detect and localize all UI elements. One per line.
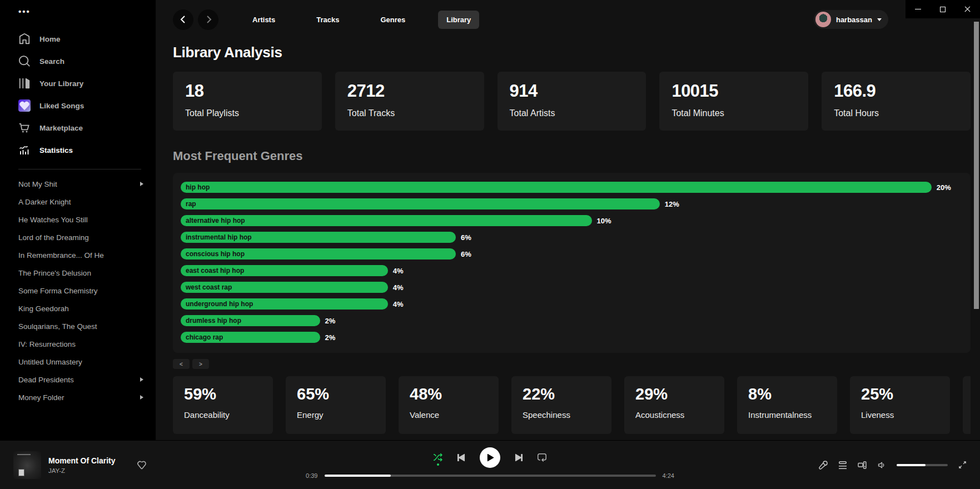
like-track-button[interactable] [137, 461, 146, 470]
tab-genres[interactable]: Genres [372, 11, 414, 29]
skip-forward-icon [515, 453, 523, 462]
feature-value: 59% [184, 385, 262, 403]
sidebar-item-statistics[interactable]: Statistics [18, 139, 156, 161]
genre-bar-row: rap12% [181, 198, 963, 209]
user-menu[interactable]: harbassan [814, 10, 888, 29]
folder-arrow-icon [140, 377, 143, 382]
sidebar-playlist-item[interactable]: Money Folder [18, 388, 156, 406]
feature-card: 29%Acousticness [624, 376, 724, 434]
play-button[interactable] [480, 447, 500, 468]
sidebar-item-label: Statistics [39, 146, 73, 154]
playlist-label: King Geedorah [18, 305, 69, 313]
sidebar-playlist-item[interactable]: Dead Presidents [18, 371, 156, 388]
queue-button[interactable] [838, 461, 847, 470]
stat-label: Total Tracks [347, 108, 472, 118]
feature-card: 8%Instrumentalness [737, 376, 837, 434]
fullscreen-button[interactable] [958, 461, 967, 469]
minimize-icon [915, 9, 921, 10]
genre-bar-row: hip hop20% [181, 182, 963, 193]
scrollbar-thumb[interactable] [974, 22, 979, 309]
sidebar-item-marketplace[interactable]: Marketplace [18, 117, 156, 139]
sidebar-playlist-item[interactable]: Lord of the Dreaming [18, 228, 156, 246]
genre-bar: instrumental hip hop [181, 232, 456, 243]
library-icon [18, 77, 31, 89]
progress-bar[interactable] [325, 475, 656, 477]
feature-label: Instrumentalness [748, 410, 826, 420]
volume-button[interactable] [877, 461, 886, 470]
avatar [815, 12, 831, 27]
track-title[interactable]: Moment Of Clarity [48, 456, 116, 465]
sidebar-playlist-item[interactable]: Soulqarians, The Quest [18, 317, 156, 335]
track-artist[interactable]: JAY-Z [48, 467, 116, 474]
sidebar-nav: Home Search Your Library Liked Songs [18, 28, 156, 161]
playlist-label: Soulqarians, The Quest [18, 322, 97, 331]
forward-button[interactable] [198, 9, 218, 30]
back-button[interactable] [173, 9, 193, 30]
sidebar-playlist-item[interactable]: In Remembrance... Of He [18, 246, 156, 264]
user-name: harbassan [836, 16, 872, 24]
folder-arrow-icon [140, 182, 143, 186]
sidebar-playlist-item[interactable]: Untitled Unmastery [18, 353, 156, 371]
feature-value: 25% [861, 385, 939, 403]
feature-label: Acousticness [635, 410, 713, 420]
tab-artists[interactable]: Artists [244, 11, 283, 29]
genre-bar-row: chicago rap2% [181, 332, 963, 343]
volume-slider[interactable] [897, 464, 948, 466]
genre-bar: hip hop [181, 182, 932, 193]
stat-card: 914Total Artists [498, 72, 646, 131]
sidebar-item-liked-songs[interactable]: Liked Songs [18, 94, 156, 117]
sidebar-playlist-item[interactable]: King Geedorah [18, 300, 156, 317]
chevron-left-icon [178, 14, 188, 24]
page-next-button[interactable]: > [192, 359, 209, 369]
sidebar-item-home[interactable]: Home [18, 28, 156, 50]
chevron-right-icon [203, 14, 213, 24]
close-button[interactable] [955, 0, 980, 18]
playlist-label: Some Forma Chemistry [18, 287, 98, 295]
minimize-button[interactable] [906, 0, 931, 18]
genre-bar-row: west coast rap4% [181, 282, 963, 293]
genre-bar-label: alternative hip hop [186, 217, 245, 224]
sidebar-playlist-item[interactable]: Not My Shit [18, 175, 156, 193]
genre-bar-label: instrumental hip hop [186, 233, 252, 241]
page-prev-button[interactable]: < [173, 359, 190, 369]
sidebar-playlist-item[interactable]: The Prince's Delusion [18, 264, 156, 282]
playlist-label: In Remembrance... Of He [18, 251, 104, 260]
app-menu-icon[interactable]: ••• [18, 8, 156, 16]
sidebar-playlist-item[interactable]: IV: Resurrections [18, 335, 156, 353]
tab-tracks[interactable]: Tracks [308, 11, 347, 29]
stats-tabs: Artists Tracks Genres Library [244, 11, 479, 29]
genre-bar: east coast hip hop [181, 265, 388, 276]
stat-value: 10015 [671, 81, 796, 101]
playlist-label: Not My Shit [18, 180, 57, 188]
progress-fill [325, 475, 391, 477]
close-icon [964, 6, 971, 13]
shuffle-button[interactable] [434, 453, 442, 462]
sidebar-playlist-item[interactable]: He Watches You Still [18, 211, 156, 228]
stat-label: Total Hours [834, 108, 958, 118]
album-art[interactable] [13, 451, 41, 479]
window-controls [906, 0, 980, 18]
genre-bar-value: 4% [393, 300, 404, 308]
sidebar-playlist-item[interactable]: A Darker Knight [18, 193, 156, 211]
previous-button[interactable] [457, 453, 465, 462]
genre-bar-label: rap [186, 200, 196, 208]
sidebar-item-search[interactable]: Search [18, 50, 156, 72]
feature-card: 65%Energy [286, 376, 386, 434]
lyrics-button[interactable] [819, 461, 828, 470]
top-bar: Artists Tracks Genres Library harbassan [173, 0, 971, 32]
tab-library[interactable]: Library [438, 11, 479, 29]
sidebar-item-label: Liked Songs [39, 102, 84, 110]
sidebar-divider [18, 169, 141, 169]
skip-back-icon [457, 453, 465, 462]
liked-songs-icon [18, 99, 31, 112]
stat-value: 2712 [347, 81, 472, 101]
sidebar-playlist-item[interactable]: Some Forma Chemistry [18, 282, 156, 300]
repeat-button[interactable] [538, 453, 546, 462]
microphone-icon [819, 461, 828, 470]
genre-bar-value: 2% [325, 333, 336, 342]
connect-device-button[interactable] [858, 461, 867, 470]
genre-bar-value: 4% [393, 283, 404, 292]
maximize-button[interactable] [931, 0, 956, 18]
sidebar-item-your-library[interactable]: Your Library [18, 72, 156, 94]
next-button[interactable] [515, 453, 523, 462]
